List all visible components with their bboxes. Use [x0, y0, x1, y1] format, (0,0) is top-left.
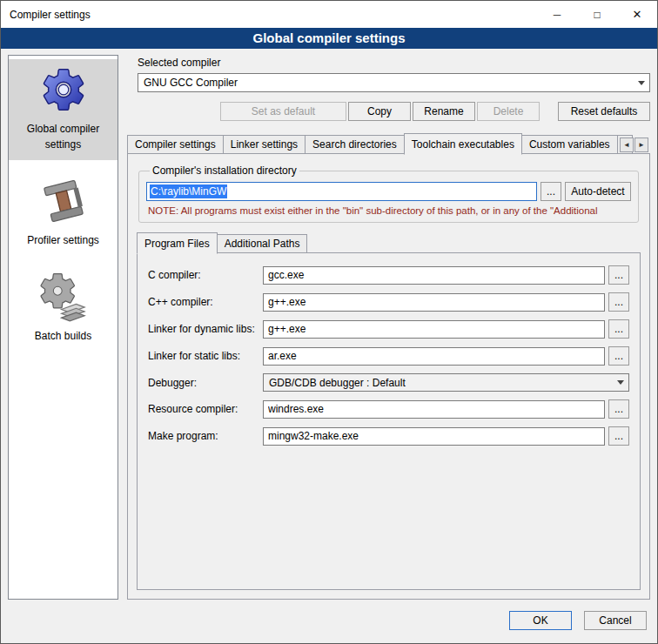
main-content: Selected compiler GNU GCC Compiler Set a…	[127, 55, 650, 600]
tab-scroll-arrows: ◄ ►	[620, 138, 648, 152]
dynamic-linker-browse-button[interactable]: ...	[608, 319, 629, 339]
chevron-down-icon	[613, 374, 628, 391]
dynamic-linker-input[interactable]	[263, 320, 605, 339]
selected-compiler-value: GNU GCC Compiler	[144, 77, 238, 89]
debugger-value: GDB/CDB debugger : Default	[269, 377, 406, 389]
tab-linker-settings[interactable]: Linker settings	[223, 135, 306, 154]
compiler-settings-window: Compiler settings ─ □ ✕ Global compiler …	[0, 0, 658, 644]
static-linker-label: Linker for static libs:	[148, 350, 263, 362]
window-controls: ─ □ ✕	[537, 1, 657, 28]
tab-custom-variables[interactable]: Custom variables	[521, 135, 618, 154]
dynamic-linker-label: Linker for dynamic libs:	[148, 323, 263, 335]
make-program-label: Make program:	[148, 430, 263, 442]
make-program-input[interactable]	[263, 427, 605, 446]
debugger-label: Debugger:	[148, 377, 263, 389]
rename-button[interactable]: Rename	[413, 102, 475, 121]
sidebar-item-profiler-settings[interactable]: Profiler settings	[9, 171, 118, 256]
program-files-panel: C compiler: ... C++ compiler: ... Linker…	[137, 252, 641, 590]
tab-scroll-right-icon[interactable]: ►	[634, 138, 648, 152]
browse-directory-button[interactable]: ...	[540, 182, 561, 201]
installation-directory-row: C:\raylib\MinGW ... Auto-detect	[146, 182, 631, 201]
bin-subdirectory-note: NOTE: All programs must exist either in …	[148, 205, 629, 216]
debugger-dropdown[interactable]: GDB/CDB debugger : Default	[263, 373, 629, 392]
sidebar-item-label: Batch builds	[35, 330, 91, 342]
dynamic-linker-row: Linker for dynamic libs: ...	[148, 319, 629, 339]
tab-additional-paths[interactable]: Additional Paths	[217, 234, 308, 253]
compiler-actions: Set as default Copy Rename Delete Reset …	[138, 102, 650, 121]
c-compiler-label: C compiler:	[148, 269, 263, 281]
dialog-body: Global compiler settings Profiler settin…	[1, 49, 657, 605]
cpp-compiler-browse-button[interactable]: ...	[608, 292, 629, 312]
page-title: Global compiler settings	[1, 28, 657, 49]
chevron-down-icon	[634, 74, 649, 91]
selected-compiler-dropdown[interactable]: GNU GCC Compiler	[138, 73, 650, 92]
tab-scroll-left-icon[interactable]: ◄	[620, 138, 634, 152]
titlebar[interactable]: Compiler settings ─ □ ✕	[1, 1, 657, 28]
window-title: Compiler settings	[1, 9, 537, 21]
minimize-icon[interactable]: ─	[537, 1, 577, 28]
auto-detect-button[interactable]: Auto-detect	[565, 182, 631, 201]
delete-button[interactable]: Delete	[477, 102, 540, 121]
static-linker-input[interactable]	[263, 347, 605, 366]
sidebar-item-batch-builds[interactable]: Batch builds	[9, 266, 118, 352]
sidebar-item-label: Profiler settings	[27, 234, 99, 246]
reset-defaults-button[interactable]: Reset defaults	[558, 102, 650, 121]
sidebar-item-global-compiler-settings[interactable]: Global compiler settings	[9, 59, 118, 160]
close-icon[interactable]: ✕	[617, 1, 657, 28]
program-files-tabstrip: Program Files Additional Paths	[137, 232, 641, 253]
selected-compiler-label: Selected compiler	[138, 57, 650, 69]
cpp-compiler-label: C++ compiler:	[148, 296, 263, 308]
c-compiler-input[interactable]	[263, 266, 605, 285]
tab-compiler-settings[interactable]: Compiler settings	[127, 135, 224, 154]
installation-directory-group: Compiler's installation directory C:\ray…	[138, 164, 639, 223]
gray-gear-stack-icon	[38, 272, 89, 322]
cpp-compiler-input[interactable]	[263, 293, 605, 312]
sidebar-item-label: Global compiler settings	[27, 123, 99, 151]
tab-program-files[interactable]: Program Files	[137, 232, 218, 254]
c-compiler-row: C compiler: ...	[148, 265, 629, 285]
settings-category-list: Global compiler settings Profiler settin…	[8, 55, 118, 600]
toolchain-executables-panel: Compiler's installation directory C:\ray…	[127, 153, 650, 600]
static-linker-row: Linker for static libs: ...	[148, 346, 629, 366]
static-linker-browse-button[interactable]: ...	[608, 346, 629, 366]
tab-toolchain-executables[interactable]: Toolchain executables	[404, 133, 522, 155]
blue-gear-icon	[38, 64, 89, 115]
copy-button[interactable]: Copy	[348, 102, 411, 121]
make-program-browse-button[interactable]: ...	[608, 426, 629, 446]
c-compiler-browse-button[interactable]: ...	[608, 265, 629, 285]
cpp-compiler-row: C++ compiler: ...	[148, 292, 629, 312]
set-as-default-button[interactable]: Set as default	[220, 102, 346, 121]
resource-compiler-row: Resource compiler: ...	[148, 399, 629, 419]
installation-directory-value: C:\raylib\MinGW	[150, 184, 227, 198]
dialog-footer: OK Cancel	[1, 605, 657, 643]
clamp-tool-icon	[38, 176, 89, 226]
maximize-icon[interactable]: □	[577, 1, 617, 28]
resource-compiler-input[interactable]	[263, 400, 605, 419]
installation-directory-input[interactable]: C:\raylib\MinGW	[146, 182, 537, 201]
debugger-row: Debugger: GDB/CDB debugger : Default	[148, 373, 629, 392]
resource-compiler-browse-button[interactable]: ...	[608, 399, 629, 419]
settings-tabstrip: Compiler settings Linker settings Search…	[127, 133, 650, 154]
make-program-row: Make program: ...	[148, 426, 629, 446]
cancel-button[interactable]: Cancel	[584, 611, 647, 630]
resource-compiler-label: Resource compiler:	[148, 403, 263, 415]
tab-search-directories[interactable]: Search directories	[305, 135, 405, 154]
installation-directory-group-title: Compiler's installation directory	[150, 164, 299, 177]
ok-button[interactable]: OK	[509, 611, 572, 630]
